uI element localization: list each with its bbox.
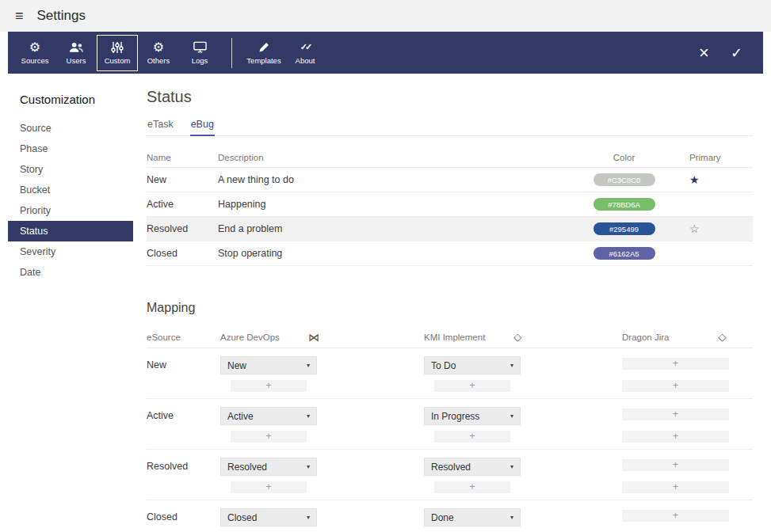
users-icon (69, 40, 84, 54)
mapping-cell-azure: Resolved ▾ + (220, 458, 424, 493)
add-mapping-button[interactable]: + (231, 431, 307, 443)
esource-label: Active (147, 407, 220, 421)
status-row-active[interactable]: Active Happening #78BD6A (147, 192, 753, 217)
chevron-down-icon: ▾ (510, 463, 513, 470)
confirm-icon[interactable]: ✓ (731, 46, 742, 60)
bowtie-icon: ⋈ (308, 331, 319, 344)
toolbar-separator (231, 38, 232, 68)
toolbar-item-label: Logs (192, 56, 208, 65)
add-mapping-button[interactable]: + (231, 481, 307, 493)
toolbar-item-label: Others (147, 56, 170, 65)
column-header-kmi-implement: KMI Implement (424, 332, 485, 342)
selected-value: Done (431, 512, 454, 523)
status-name: Closed (147, 248, 218, 259)
sidebar-item-phase[interactable]: Phase (8, 139, 133, 159)
column-header-azure-devops: Azure DevOps (220, 332, 280, 342)
add-mapping-button[interactable]: + (622, 481, 729, 493)
mapping-cell-azure: Closed ▾ + (220, 508, 424, 532)
azure-mapping-select[interactable]: New ▾ (220, 356, 317, 374)
selected-value: Closed (227, 512, 257, 523)
toolbar-item-sources[interactable]: ⚙ Sources (14, 35, 55, 71)
column-header-color: Color (578, 153, 670, 162)
tab-etask[interactable]: eTask (147, 119, 174, 135)
kmi-mapping-select[interactable]: In Progress ▾ (424, 407, 521, 425)
add-mapping-button[interactable]: + (434, 481, 510, 493)
chevron-down-icon: ▾ (307, 362, 310, 369)
mapping-cell-dragon-jira: + + (622, 508, 753, 532)
color-badge[interactable]: #C3C8C0 (594, 173, 655, 186)
toolbar-item-label: About (296, 56, 315, 65)
azure-mapping-select[interactable]: Closed ▾ (220, 508, 317, 526)
toolbar-item-users[interactable]: Users (55, 35, 97, 71)
column-header-primary: Primary (670, 153, 753, 162)
color-badge[interactable]: #295499 (594, 222, 655, 235)
settings-window: ≡ Settings ⚙ Sources Users Custom (0, 0, 771, 532)
sidebar-item-date[interactable]: Date (8, 262, 133, 283)
toolbar-item-others[interactable]: ⚙ Others (138, 35, 179, 71)
azure-mapping-select[interactable]: Active ▾ (220, 407, 317, 425)
selected-value: Resolved (227, 462, 267, 473)
status-description: Happening (218, 199, 578, 210)
primary-star-icon[interactable]: ★ (689, 174, 700, 185)
sidebar-item-story[interactable]: Story (8, 159, 133, 180)
status-description: Stop operating (218, 248, 578, 259)
toolbar-item-custom[interactable]: Custom (97, 35, 138, 71)
mapping-cell-azure: New ▾ + (220, 356, 424, 392)
sidebar-item-status[interactable]: Status (8, 221, 133, 241)
status-name: Resolved (147, 223, 218, 234)
gear-icon: ⚙ (153, 40, 164, 54)
status-section-title: Status (147, 88, 753, 106)
kmi-mapping-select[interactable]: Done ▾ (424, 508, 521, 526)
azure-mapping-select[interactable]: Resolved ▾ (220, 458, 317, 476)
add-mapping-button[interactable]: + (434, 431, 510, 443)
sidebar-item-severity[interactable]: Severity (8, 241, 133, 262)
diamond-icon: ◇ (513, 331, 521, 343)
color-badge[interactable]: #6162A5 (594, 247, 655, 260)
status-name: New (147, 174, 218, 185)
mapping-cell-dragon-jira: + + (622, 356, 753, 392)
toolbar-item-about[interactable]: ✓✓ About (284, 35, 326, 71)
primary-star-icon[interactable]: ☆ (689, 223, 700, 234)
add-mapping-button[interactable]: + (622, 408, 729, 420)
add-mapping-button[interactable]: + (622, 431, 729, 443)
sidebar-item-source[interactable]: Source (8, 118, 133, 139)
add-mapping-button[interactable]: + (622, 510, 729, 522)
column-header-esource: eSource (147, 332, 181, 342)
chevron-down-icon: ▾ (510, 362, 513, 369)
column-header-dragon-jira: Dragon Jira (622, 332, 669, 342)
add-mapping-button[interactable]: + (231, 380, 307, 392)
status-row-new[interactable]: New A new thing to do #C3C8C0 ★ (147, 168, 753, 192)
toolbar-item-label: Users (67, 56, 86, 65)
toolbar-item-templates[interactable]: Templates (243, 35, 284, 71)
mapping-cell-kmi: Resolved ▾ + (424, 458, 622, 493)
sidebar-item-priority[interactable]: Priority (8, 200, 133, 221)
status-name: Active (147, 199, 218, 210)
toolbar: ⚙ Sources Users Custom ⚙ Others (8, 32, 763, 74)
main-panel: Status eTask eBug Name Description Color… (133, 74, 763, 532)
sliders-icon (111, 40, 124, 54)
add-mapping-button[interactable]: + (434, 380, 510, 392)
add-mapping-button[interactable]: + (622, 380, 729, 392)
selected-value: In Progress (431, 411, 479, 422)
sidebar-item-bucket[interactable]: Bucket (8, 180, 133, 200)
hamburger-menu-icon[interactable]: ≡ (15, 9, 24, 23)
kmi-mapping-select[interactable]: To Do ▾ (424, 356, 521, 374)
esource-label: Closed (147, 508, 220, 522)
mapping-section-title: Mapping (147, 301, 753, 315)
status-row-closed[interactable]: Closed Stop operating #6162A5 (147, 241, 753, 266)
toolbar-item-label: Templates (246, 56, 281, 65)
add-mapping-button[interactable]: + (622, 358, 729, 370)
close-icon[interactable]: × (699, 44, 709, 62)
esource-label: Resolved (147, 458, 220, 472)
esource-label: New (147, 356, 220, 370)
add-mapping-button[interactable]: + (622, 459, 729, 471)
mapping-row-resolved: Resolved Resolved ▾ + Resolved ▾ + (147, 450, 753, 500)
kmi-mapping-select[interactable]: Resolved ▾ (424, 458, 521, 476)
color-badge[interactable]: #78BD6A (594, 198, 655, 211)
toolbar-item-label: Custom (105, 56, 131, 65)
tab-ebug[interactable]: eBug (190, 119, 215, 136)
column-header-description: Description (218, 153, 578, 162)
selected-value: Active (227, 411, 254, 422)
toolbar-item-logs[interactable]: Logs (179, 35, 220, 71)
status-row-resolved[interactable]: Resolved End a problem #295499 ☆ (147, 217, 753, 241)
